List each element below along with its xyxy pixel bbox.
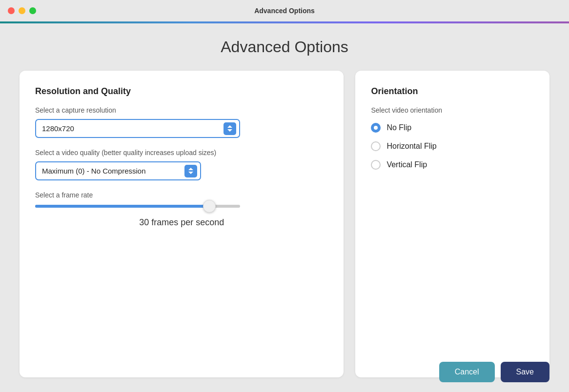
window-controls xyxy=(8,7,36,14)
radio-horizontal-flip-label: Horizontal Flip xyxy=(386,142,436,151)
quality-section: Select a video quality (better quality i… xyxy=(35,149,328,180)
quality-label: Select a video quality (better quality i… xyxy=(35,149,328,157)
radio-no-flip-circle xyxy=(371,123,381,133)
orientation-title: Orientation xyxy=(371,86,534,97)
quality-select[interactable]: Maximum (0) - No Compression High (1) Me… xyxy=(35,161,201,180)
quality-select-wrapper: Maximum (0) - No Compression High (1) Me… xyxy=(35,161,201,180)
resolution-select-wrapper: 1280x720 1920x1080 2560x1440 3840x2160 xyxy=(35,119,240,138)
resolution-select[interactable]: 1280x720 1920x1080 2560x1440 3840x2160 xyxy=(35,119,240,138)
cards-container: Resolution and Quality Select a capture … xyxy=(20,71,549,377)
bottom-bar: Cancel Save xyxy=(420,352,569,392)
radio-vertical-flip-label: Vertical Flip xyxy=(386,160,427,169)
resolution-label: Select a capture resolution xyxy=(35,106,328,114)
radio-vertical-flip-circle xyxy=(371,160,381,170)
framerate-section: Select a frame rate 30 frames per second xyxy=(35,191,328,228)
resolution-quality-card: Resolution and Quality Select a capture … xyxy=(20,71,344,377)
radio-horizontal-flip-circle xyxy=(371,141,381,151)
radio-vertical-flip[interactable]: Vertical Flip xyxy=(371,160,534,170)
orientation-radio-group: No Flip Horizontal Flip Vertical Flip xyxy=(371,123,534,170)
minimize-button[interactable] xyxy=(19,7,25,14)
framerate-label: Select a frame rate xyxy=(35,191,328,199)
main-content: Advanced Options Resolution and Quality … xyxy=(0,23,569,392)
orientation-label: Select video orientation xyxy=(371,106,534,114)
page-title: Advanced Options xyxy=(20,38,549,56)
save-button[interactable]: Save xyxy=(501,362,549,382)
resolution-section: Select a capture resolution 1280x720 192… xyxy=(35,106,328,138)
radio-horizontal-flip[interactable]: Horizontal Flip xyxy=(371,141,534,151)
radio-no-flip-label: No Flip xyxy=(386,123,411,132)
framerate-value: 30 frames per second xyxy=(35,217,328,228)
orientation-card: Orientation Select video orientation No … xyxy=(355,71,549,377)
resolution-quality-title: Resolution and Quality xyxy=(35,86,328,97)
framerate-slider-container xyxy=(35,205,240,208)
close-button[interactable] xyxy=(8,7,15,14)
title-bar: Advanced Options xyxy=(0,0,569,21)
maximize-button[interactable] xyxy=(29,7,36,14)
cancel-button[interactable]: Cancel xyxy=(439,362,495,382)
title-bar-text: Advanced Options xyxy=(254,7,315,15)
radio-no-flip[interactable]: No Flip xyxy=(371,123,534,133)
